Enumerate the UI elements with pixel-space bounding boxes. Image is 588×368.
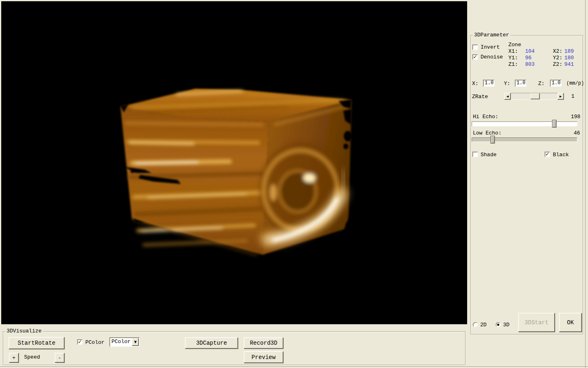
zone-y1-label: Y1: bbox=[508, 55, 518, 61]
right-arrow-icon: ▶ bbox=[559, 95, 561, 98]
chevron-down-icon: ▼ bbox=[134, 340, 136, 344]
parameter-groupbox: 3DParameter Invert ✓ Denoise Zone X1: 10… bbox=[470, 35, 583, 334]
mode-2d-radio[interactable] bbox=[473, 322, 478, 327]
zrate-label: ZRate bbox=[472, 94, 488, 100]
mode-3d-radio[interactable]: ● bbox=[496, 322, 501, 327]
parameter-groupbox-title: 3DParameter bbox=[473, 32, 510, 38]
window-right-edge bbox=[585, 0, 586, 368]
pcolor-checkbox-label: PColor bbox=[85, 340, 105, 346]
zone-z2-value: 941 bbox=[564, 62, 574, 67]
zrate-value: 1 bbox=[571, 94, 575, 99]
black-checkmark: ✓ bbox=[545, 152, 549, 157]
mode-2d-label: 2D bbox=[480, 322, 487, 328]
zone-x2-label: X2: bbox=[553, 49, 562, 54]
mode-3d-dot: ● bbox=[497, 323, 499, 326]
denoise-checkmark: ✓ bbox=[473, 55, 477, 59]
zone-y2-value: 180 bbox=[564, 55, 574, 61]
pcolor-checkmark: ✓ bbox=[78, 340, 82, 344]
start-rotate-button[interactable]: StartRotate bbox=[9, 337, 65, 349]
mode-3d-label: 3D bbox=[503, 322, 510, 328]
hi-echo-thumb[interactable] bbox=[552, 120, 557, 128]
low-echo-thumb[interactable] bbox=[490, 136, 495, 144]
hi-echo-label: Hi Echo: bbox=[473, 114, 498, 120]
invert-checkbox[interactable] bbox=[472, 45, 478, 50]
denoise-checkbox[interactable]: ✓ bbox=[472, 54, 478, 60]
zone-y2-label: Y2: bbox=[553, 55, 562, 61]
z-scale-input[interactable]: 1.0 bbox=[550, 80, 561, 87]
pcolor-dropdown-button[interactable]: ▼ bbox=[132, 338, 139, 346]
ok-button[interactable]: OK bbox=[559, 313, 582, 332]
left-arrow-icon: ◀ bbox=[506, 95, 508, 98]
window-bottom-edge bbox=[0, 366, 588, 367]
zrate-thumb[interactable] bbox=[530, 93, 540, 99]
z-scale-label: Z: bbox=[538, 81, 545, 87]
zone-x1-label: X1: bbox=[508, 49, 518, 54]
zone-z2-label: Z2: bbox=[553, 62, 562, 67]
zone-y1-value: 96 bbox=[525, 55, 532, 61]
shade-checkbox[interactable] bbox=[472, 152, 478, 157]
speed-label: Speed bbox=[24, 355, 40, 360]
capture-3d-button[interactable]: 3DCapture bbox=[185, 337, 238, 349]
pcolor-dropdown-value: PColor bbox=[111, 339, 131, 345]
low-echo-value: 46 bbox=[574, 130, 580, 136]
visualize-groupbox: 3DVisualize StartRotate ✓ PColor PColor … bbox=[3, 331, 466, 365]
zrate-left-arrow-button[interactable]: ◀ bbox=[504, 93, 511, 100]
black-checkbox[interactable]: ✓ bbox=[545, 152, 550, 157]
hi-echo-track[interactable] bbox=[472, 121, 577, 126]
black-label: Black bbox=[553, 152, 569, 158]
zone-label: Zone bbox=[508, 42, 521, 48]
hi-echo-value: 198 bbox=[571, 114, 580, 120]
zrate-scrollbar[interactable]: ◀ ▶ bbox=[504, 93, 564, 100]
x-scale-label: X: bbox=[472, 81, 479, 87]
application-window: { "colors": { "panel_bg": "#ECE9D8", "vi… bbox=[0, 0, 588, 368]
pcolor-dropdown[interactable]: PColor ▼ bbox=[109, 337, 140, 347]
y-scale-label: Y: bbox=[504, 81, 510, 87]
ultrasound-volume-svg bbox=[1, 1, 467, 324]
speed-plus-button[interactable]: + bbox=[9, 353, 19, 363]
zone-z1-value: 803 bbox=[525, 62, 535, 67]
y-scale-input[interactable]: 1.0 bbox=[515, 80, 526, 87]
zrate-right-arrow-button[interactable]: ▶ bbox=[557, 93, 564, 100]
x-scale-input[interactable]: 1.0 bbox=[483, 80, 494, 87]
start-3d-button[interactable]: 3DStart bbox=[518, 313, 555, 332]
zone-z1-label: Z1: bbox=[508, 62, 518, 67]
invert-label: Invert bbox=[481, 45, 500, 50]
denoise-label: Denoise bbox=[481, 54, 503, 60]
low-echo-label: Low Echo: bbox=[473, 130, 501, 136]
scale-unit-label: (mm/p) bbox=[566, 81, 584, 86]
preview-button[interactable]: Preview bbox=[244, 351, 283, 363]
shade-label: Shade bbox=[481, 152, 497, 158]
render-viewport[interactable] bbox=[1, 1, 467, 324]
zone-x2-value: 189 bbox=[564, 49, 574, 54]
record-3d-button[interactable]: Record3D bbox=[244, 337, 283, 349]
speed-minus-button[interactable]: - bbox=[55, 353, 65, 363]
visualize-groupbox-title: 3DVisualize bbox=[5, 328, 43, 334]
low-echo-track[interactable] bbox=[472, 137, 577, 142]
pcolor-checkbox[interactable]: ✓ bbox=[77, 339, 82, 345]
zone-x1-value: 104 bbox=[525, 49, 535, 54]
